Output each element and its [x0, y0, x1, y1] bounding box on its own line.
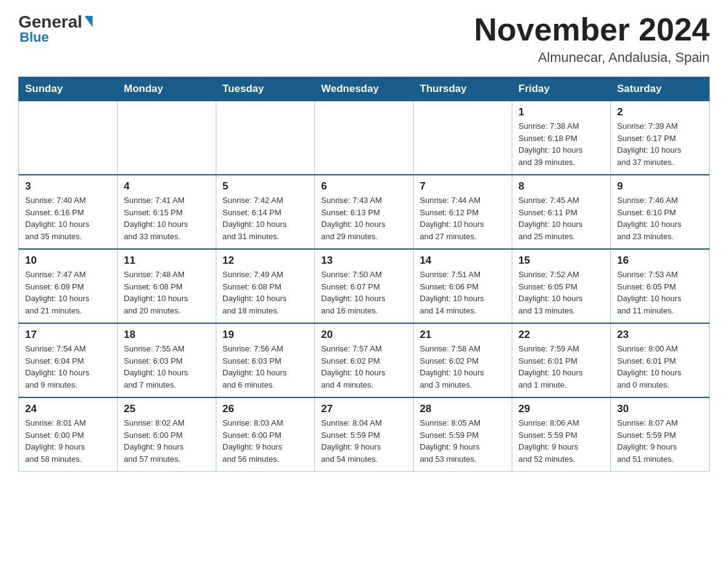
day-info: Sunrise: 7:50 AMSunset: 6:07 PMDaylight:… [321, 269, 407, 316]
day-number: 22 [518, 329, 604, 341]
day-info: Sunrise: 7:58 AMSunset: 6:02 PMDaylight:… [420, 343, 506, 391]
day-number: 16 [617, 255, 703, 267]
calendar-cell: 1Sunrise: 7:38 AMSunset: 6:18 PMDaylight… [512, 101, 611, 175]
day-number: 6 [321, 180, 407, 193]
day-number: 1 [518, 106, 604, 118]
day-number: 3 [25, 180, 111, 193]
day-info: Sunrise: 7:56 AMSunset: 6:03 PMDaylight:… [222, 343, 308, 391]
week-row-2: 3Sunrise: 7:40 AMSunset: 6:16 PMDaylight… [19, 175, 710, 249]
calendar-cell: 25Sunrise: 8:02 AMSunset: 6:00 PMDayligh… [118, 397, 216, 472]
logo-arrow-icon [85, 16, 93, 27]
day-number: 25 [124, 403, 210, 415]
logo-blue-text: Blue [20, 29, 49, 45]
week-row-5: 24Sunrise: 8:01 AMSunset: 6:00 PMDayligh… [19, 397, 710, 472]
day-info: Sunrise: 7:43 AMSunset: 6:13 PMDaylight:… [321, 194, 407, 242]
calendar-cell: 27Sunrise: 8:04 AMSunset: 5:59 PMDayligh… [315, 397, 414, 472]
day-info: Sunrise: 7:39 AMSunset: 6:17 PMDaylight:… [617, 120, 703, 168]
day-info: Sunrise: 7:45 AMSunset: 6:11 PMDaylight:… [518, 194, 604, 242]
day-info: Sunrise: 7:47 AMSunset: 6:09 PMDaylight:… [25, 269, 111, 316]
day-number: 24 [25, 403, 111, 415]
day-info: Sunrise: 7:44 AMSunset: 6:12 PMDaylight:… [420, 194, 506, 242]
calendar-cell: 17Sunrise: 7:54 AMSunset: 6:04 PMDayligh… [19, 323, 118, 397]
page-header: General Blue November 2024 Almunecar, An… [18, 12, 710, 66]
calendar-cell: 3Sunrise: 7:40 AMSunset: 6:16 PMDaylight… [19, 175, 118, 249]
weekday-header-row: SundayMondayTuesdayWednesdayThursdayFrid… [19, 77, 710, 101]
calendar-cell [118, 101, 216, 175]
calendar-cell: 10Sunrise: 7:47 AMSunset: 6:09 PMDayligh… [19, 249, 118, 323]
day-number: 13 [321, 255, 407, 267]
day-number: 14 [420, 255, 506, 267]
day-number: 23 [617, 329, 703, 341]
calendar-cell: 11Sunrise: 7:48 AMSunset: 6:08 PMDayligh… [118, 249, 216, 323]
day-number: 17 [25, 329, 111, 341]
calendar-cell: 2Sunrise: 7:39 AMSunset: 6:17 PMDaylight… [611, 101, 710, 175]
day-number: 20 [321, 329, 407, 341]
day-info: Sunrise: 7:38 AMSunset: 6:18 PMDaylight:… [518, 120, 604, 168]
day-number: 8 [518, 180, 604, 193]
day-info: Sunrise: 7:40 AMSunset: 6:16 PMDaylight:… [25, 194, 111, 242]
day-number: 15 [518, 255, 604, 267]
calendar-cell: 22Sunrise: 7:59 AMSunset: 6:01 PMDayligh… [512, 323, 611, 397]
calendar-table: SundayMondayTuesdayWednesdayThursdayFrid… [18, 77, 710, 472]
day-number: 5 [222, 180, 308, 193]
calendar-cell: 15Sunrise: 7:52 AMSunset: 6:05 PMDayligh… [512, 249, 611, 323]
day-info: Sunrise: 7:48 AMSunset: 6:08 PMDaylight:… [124, 269, 210, 316]
month-title: November 2024 [474, 12, 710, 47]
calendar-cell: 9Sunrise: 7:46 AMSunset: 6:10 PMDaylight… [611, 175, 710, 249]
calendar-cell: 12Sunrise: 7:49 AMSunset: 6:08 PMDayligh… [216, 249, 315, 323]
day-number: 7 [420, 180, 506, 193]
calendar-cell: 29Sunrise: 8:06 AMSunset: 5:59 PMDayligh… [512, 397, 611, 472]
day-info: Sunrise: 7:59 AMSunset: 6:01 PMDaylight:… [518, 343, 604, 391]
calendar-cell: 16Sunrise: 7:53 AMSunset: 6:05 PMDayligh… [611, 249, 710, 323]
weekday-header-tuesday: Tuesday [216, 77, 315, 101]
calendar-cell: 14Sunrise: 7:51 AMSunset: 6:06 PMDayligh… [414, 249, 512, 323]
calendar-cell [414, 101, 512, 175]
weekday-header-monday: Monday [118, 77, 216, 101]
day-number: 29 [518, 403, 604, 415]
week-row-1: 1Sunrise: 7:38 AMSunset: 6:18 PMDaylight… [19, 101, 710, 175]
day-info: Sunrise: 7:41 AMSunset: 6:15 PMDaylight:… [124, 194, 210, 242]
day-number: 26 [222, 403, 308, 415]
day-info: Sunrise: 7:51 AMSunset: 6:06 PMDaylight:… [420, 269, 506, 316]
calendar-cell: 21Sunrise: 7:58 AMSunset: 6:02 PMDayligh… [414, 323, 512, 397]
calendar-cell [315, 101, 414, 175]
day-number: 4 [124, 180, 210, 193]
day-info: Sunrise: 7:52 AMSunset: 6:05 PMDaylight:… [518, 269, 604, 316]
calendar-cell: 30Sunrise: 8:07 AMSunset: 5:59 PMDayligh… [611, 397, 710, 472]
calendar-cell: 28Sunrise: 8:05 AMSunset: 5:59 PMDayligh… [414, 397, 512, 472]
day-info: Sunrise: 8:00 AMSunset: 6:01 PMDaylight:… [617, 343, 703, 391]
day-number: 30 [617, 403, 703, 415]
day-number: 19 [222, 329, 308, 341]
day-info: Sunrise: 8:03 AMSunset: 6:00 PMDaylight:… [222, 417, 308, 465]
day-number: 9 [617, 180, 703, 193]
day-info: Sunrise: 8:04 AMSunset: 5:59 PMDaylight:… [321, 417, 407, 465]
calendar-cell: 7Sunrise: 7:44 AMSunset: 6:12 PMDaylight… [414, 175, 512, 249]
week-row-3: 10Sunrise: 7:47 AMSunset: 6:09 PMDayligh… [19, 249, 710, 323]
day-info: Sunrise: 8:06 AMSunset: 5:59 PMDaylight:… [518, 417, 604, 465]
day-number: 28 [420, 403, 506, 415]
day-info: Sunrise: 8:07 AMSunset: 5:59 PMDaylight:… [617, 417, 703, 465]
calendar-cell: 23Sunrise: 8:00 AMSunset: 6:01 PMDayligh… [611, 323, 710, 397]
weekday-header-saturday: Saturday [611, 77, 710, 101]
day-number: 11 [124, 255, 210, 267]
day-info: Sunrise: 7:55 AMSunset: 6:03 PMDaylight:… [124, 343, 210, 391]
day-info: Sunrise: 8:02 AMSunset: 6:00 PMDaylight:… [124, 417, 210, 465]
title-area: November 2024 Almunecar, Andalusia, Spai… [474, 12, 710, 66]
calendar-cell: 19Sunrise: 7:56 AMSunset: 6:03 PMDayligh… [216, 323, 315, 397]
weekday-header-thursday: Thursday [414, 77, 512, 101]
day-number: 2 [617, 106, 703, 118]
day-info: Sunrise: 8:01 AMSunset: 6:00 PMDaylight:… [25, 417, 111, 465]
weekday-header-sunday: Sunday [19, 77, 118, 101]
week-row-4: 17Sunrise: 7:54 AMSunset: 6:04 PMDayligh… [19, 323, 710, 397]
day-number: 18 [124, 329, 210, 341]
day-number: 21 [420, 329, 506, 341]
calendar-cell: 4Sunrise: 7:41 AMSunset: 6:15 PMDaylight… [118, 175, 216, 249]
day-number: 27 [321, 403, 407, 415]
calendar-cell: 18Sunrise: 7:55 AMSunset: 6:03 PMDayligh… [118, 323, 216, 397]
calendar-cell [19, 101, 118, 175]
calendar-cell [216, 101, 315, 175]
calendar-cell: 5Sunrise: 7:42 AMSunset: 6:14 PMDaylight… [216, 175, 315, 249]
calendar-cell: 20Sunrise: 7:57 AMSunset: 6:02 PMDayligh… [315, 323, 414, 397]
calendar-cell: 13Sunrise: 7:50 AMSunset: 6:07 PMDayligh… [315, 249, 414, 323]
day-info: Sunrise: 7:46 AMSunset: 6:10 PMDaylight:… [617, 194, 703, 242]
